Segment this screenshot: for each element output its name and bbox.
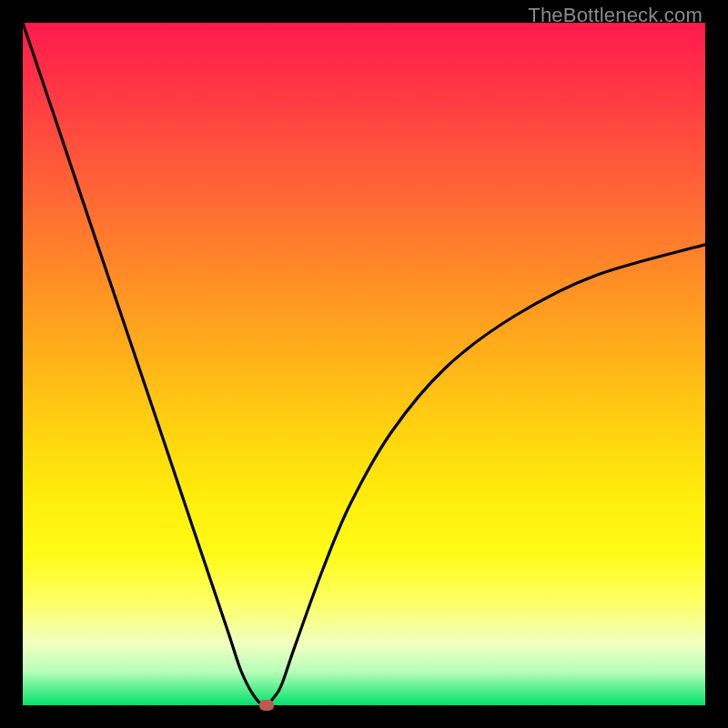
curve-svg [23, 23, 705, 705]
minimum-marker [259, 700, 274, 711]
bottleneck-curve [23, 23, 705, 705]
chart-frame: TheBottleneck.com [0, 0, 728, 728]
plot-area [23, 23, 705, 705]
